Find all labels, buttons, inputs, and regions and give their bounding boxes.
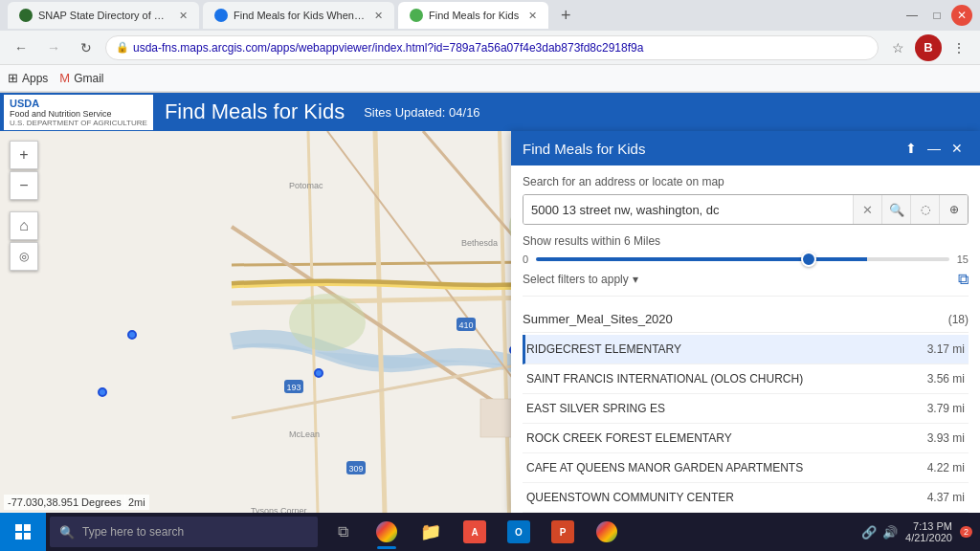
apps-grid-icon: ⊞ [8, 71, 18, 85]
tab-favicon-fns [214, 9, 228, 22]
results-header: Summer_Meal_Sites_2020 (18) [523, 306, 969, 333]
volume-icon[interactable]: 🔊 [882, 525, 898, 540]
bookmark-gmail-label: Gmail [74, 72, 103, 85]
svg-text:309: 309 [348, 464, 363, 474]
result-name-3: ROCK CREEK FOREST ELEMENTARY [526, 431, 732, 445]
fns-label: Food and Nutrition Service [10, 109, 112, 119]
search-label: Search for an address or locate on map [523, 175, 969, 188]
coordinates-text: -77.030,38.951 Degrees [8, 496, 122, 508]
taskbar-chrome2[interactable] [586, 513, 628, 551]
tab-close-snap[interactable]: ✕ [179, 10, 188, 22]
tab-favicon-meals [410, 9, 423, 22]
zoom-in-button[interactable]: + [10, 141, 38, 169]
map-dot-6[interactable] [314, 368, 323, 378]
bookmark-gmail[interactable]: M Gmail [59, 71, 103, 85]
taskbar-date-text: 4/21/2020 [905, 532, 952, 543]
taskbar-powerpoint[interactable]: P [542, 513, 584, 551]
result-dist-1: 3.56 mi [927, 372, 965, 386]
fns-subtitle: U.S. DEPARTMENT OF AGRICULTURE [10, 119, 147, 127]
result-item-2[interactable]: EAST SILVER SPRING ES 3.79 mi [523, 394, 969, 424]
forward-button[interactable]: → [40, 34, 67, 61]
filters-label-text: Select filters to apply [523, 273, 629, 286]
result-item-0[interactable]: RIDGECREST ELEMENTARY 3.17 mi [523, 335, 969, 364]
taskbar-clock[interactable]: 7:13 PM 4/21/2020 [905, 520, 952, 543]
home-button[interactable]: ⌂ [10, 211, 38, 240]
results-count: (18) [948, 313, 969, 326]
result-item-1[interactable]: SAINT FRANCIS INTERNATIONAL (OLOS CHURCH… [523, 364, 969, 394]
zoom-out-button[interactable]: − [10, 171, 38, 200]
result-item-5[interactable]: QUEENSTOWN COMMUNITY CENTER 4.37 mi [523, 483, 969, 513]
scale-text: 2mi [128, 496, 145, 508]
svg-point-12 [289, 294, 366, 351]
tab-fns[interactable]: Find Meals for Kids When Schoo... ✕ [203, 2, 394, 29]
start-button[interactable] [0, 513, 46, 551]
powerpoint-icon: P [551, 520, 574, 543]
side-panel: Find Meals for Kids ⬆ — ✕ Search for an … [511, 131, 980, 514]
range-max: 15 [957, 253, 969, 265]
filter-icon[interactable]: ⧉ [958, 271, 969, 288]
result-item-3[interactable]: ROCK CREEK FOREST ELEMENTARY 3.93 mi [523, 424, 969, 453]
range-slider[interactable] [536, 257, 949, 261]
search-input[interactable] [523, 195, 853, 224]
taskbar-time-text: 7:13 PM [905, 520, 952, 532]
taskbar-chrome[interactable] [366, 513, 408, 551]
panel-body: Search for an address or locate on map ✕… [511, 165, 980, 514]
network-icon[interactable]: 🔗 [861, 525, 877, 540]
back-button[interactable]: ← [8, 34, 34, 61]
result-name-0: RIDGECREST ELEMENTARY [526, 342, 681, 356]
new-tab-button[interactable]: + [552, 2, 579, 29]
tab-label-snap: SNAP State Directory of Resour... [38, 10, 169, 21]
taskbar-search-box[interactable]: 🔍 Type here to search [50, 517, 318, 547]
menu-button[interactable]: ⋮ [946, 34, 972, 61]
panel-header: Find Meals for Kids ⬆ — ✕ [511, 131, 980, 165]
panel-close-button[interactable]: ✕ [946, 137, 969, 160]
bookmarks-bar: ⊞ Apps M Gmail [0, 65, 980, 92]
clear-search-button[interactable]: ✕ [853, 195, 881, 224]
taskbar-system-icons: 🔗 🔊 [861, 525, 898, 540]
locate-button[interactable]: ◎ [10, 242, 38, 271]
bookmark-apps[interactable]: ⊞ Apps [8, 71, 48, 85]
panel-collapse-button[interactable]: ⬆ [900, 137, 923, 160]
result-name-5: QUEENSTOWN COMMUNITY CENTER [526, 491, 734, 504]
app-title: Find Meals for Kids [165, 99, 345, 124]
panel-minimize-button[interactable]: — [923, 137, 946, 160]
usda-label: USDA [10, 98, 39, 109]
maximize-button[interactable]: □ [926, 5, 947, 26]
search-button[interactable]: 🔍 [881, 195, 910, 224]
taskbar-right: 🔗 🔊 7:13 PM 4/21/2020 2 [861, 520, 980, 543]
window-controls: — □ ✕ [902, 5, 972, 26]
taskbar-explorer[interactable]: 📁 [410, 513, 452, 551]
tab-meals[interactable]: Find Meals for Kids ✕ [398, 2, 548, 29]
outlook-icon: O [507, 520, 530, 543]
map-scale: 2mi [124, 495, 149, 510]
locate-map-button[interactable]: ◌ [910, 195, 939, 224]
close-button[interactable]: ✕ [951, 5, 972, 26]
current-location-button[interactable]: ⊕ [939, 195, 968, 224]
tab-label-fns: Find Meals for Kids When Schoo... [234, 10, 365, 21]
svg-rect-31 [15, 524, 22, 531]
taskbar-taskview[interactable]: ⧉ [322, 513, 364, 551]
minimize-button[interactable]: — [902, 5, 923, 26]
notification-badge[interactable]: 2 [960, 526, 972, 538]
acrobat-icon: A [463, 520, 486, 543]
result-name-4: CAFE AT QUEENS MANOR GARDEN APARTMENTS [526, 461, 803, 474]
url-text: usda-fns.maps.arcgis.com/apps/webappview… [133, 41, 868, 55]
svg-text:Bethesda: Bethesda [461, 238, 498, 248]
tab-close-meals[interactable]: ✕ [528, 10, 537, 22]
result-dist-4: 4.22 mi [927, 461, 965, 474]
profile-button[interactable]: B [915, 34, 942, 61]
tab-snap[interactable]: SNAP State Directory of Resour... ✕ [8, 2, 199, 29]
reload-button[interactable]: ↻ [73, 34, 100, 61]
nav-icons: ☆ B ⋮ [884, 34, 972, 61]
explorer-icon: 📁 [419, 520, 442, 543]
tab-close-fns[interactable]: ✕ [374, 10, 383, 22]
taskbar-outlook[interactable]: O [498, 513, 540, 551]
results-category: Summer_Meal_Sites_2020 [523, 312, 673, 326]
tab-favicon-snap [19, 9, 33, 22]
taskbar-acrobat[interactable]: A [454, 513, 496, 551]
url-bar[interactable]: 🔒 usda-fns.maps.arcgis.com/apps/webappvi… [105, 35, 879, 60]
bookmark-button[interactable]: ☆ [884, 34, 911, 61]
result-item-4[interactable]: CAFE AT QUEENS MANOR GARDEN APARTMENTS 4… [523, 453, 969, 483]
lock-icon: 🔒 [116, 41, 129, 54]
filters-dropdown[interactable]: Select filters to apply ▾ [523, 273, 638, 286]
